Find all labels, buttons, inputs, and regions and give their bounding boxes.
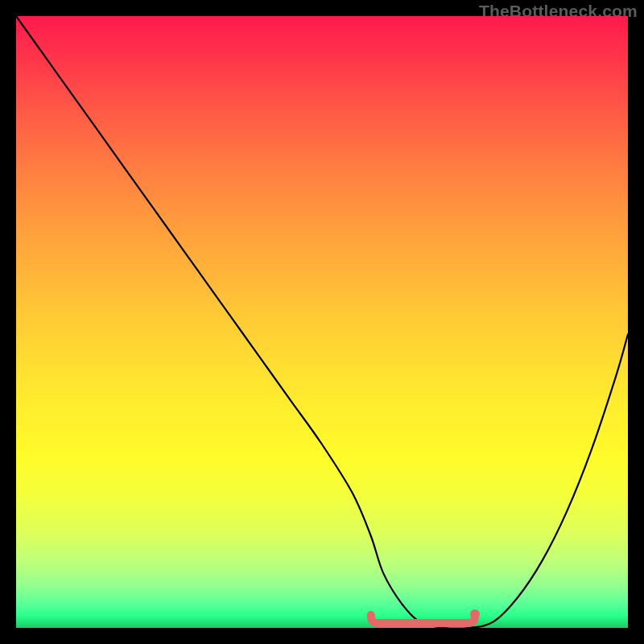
bottleneck-curve — [16, 16, 628, 629]
chart-container: TheBottleneck.com — [0, 0, 644, 644]
flat-region-dot — [470, 609, 480, 619]
chart-svg — [16, 16, 628, 628]
plot-area — [16, 16, 628, 628]
flat-region-marker — [371, 615, 475, 623]
